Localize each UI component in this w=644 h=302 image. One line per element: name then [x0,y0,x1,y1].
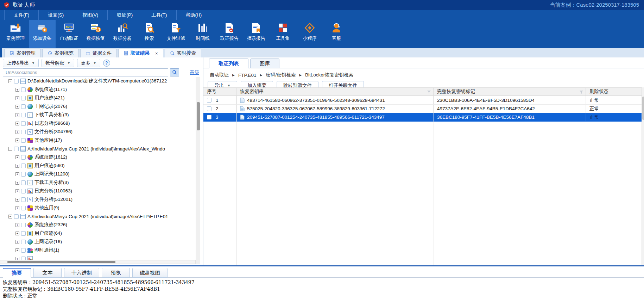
main-tab[interactable]: 案例管理 [4,49,41,57]
expand-icon[interactable]: + [15,105,19,109]
tree-item[interactable]: +其他应用(9) [0,204,196,212]
tree-checkbox[interactable] [14,214,19,219]
expand-icon[interactable]: + [15,138,19,142]
toolbar-item[interactable]: 数据恢复 [82,20,109,48]
filter-icon[interactable] [579,90,583,94]
tree-item[interactable]: +系统痕迹(1612) [0,153,196,161]
expand-icon[interactable]: + [15,172,19,176]
table-row[interactable]: 3209451-527087-001254-240735-481855-4895… [203,113,642,122]
tree-checkbox[interactable] [21,87,26,92]
tree-item[interactable]: +用户痕迹(64) [0,229,196,238]
tree-item[interactable]: +日志分析(58668) [0,119,196,128]
breadcrumb-item[interactable]: 密码/密钥检索 [266,72,296,78]
breadcrumb-item[interactable]: BitLocker恢复密钥检索 [305,72,353,78]
tree-item[interactable]: +上网记录(11208) [0,170,196,178]
menu-item-取证(P)[interactable]: 取证(P) [108,10,142,20]
tree-checkbox[interactable] [21,206,26,210]
menu-item-视图(V)[interactable]: 视图(V) [73,10,108,20]
table-vertical-scrollbar[interactable] [642,87,644,265]
expand-icon[interactable]: + [15,88,19,92]
scrollbar-thumb[interactable] [197,102,200,130]
tree-checkbox[interactable] [21,231,26,236]
result-tab[interactable]: 取证列表 [209,58,248,68]
tree-checkbox[interactable] [14,147,19,151]
row-checkbox[interactable] [207,106,211,111]
preview-tab[interactable]: 十六进制 [64,268,99,278]
toolbar-item[interactable]: 小程序 [296,20,323,48]
table-row[interactable]: 2575025-204820-336325-067067-589996-3898… [203,105,642,113]
toolbar-item[interactable]: 时间线 [189,20,216,48]
tree-checkbox[interactable] [21,172,26,177]
tree-checkbox[interactable] [21,240,26,244]
toolbar-item[interactable]: 搜索 [136,20,163,48]
tree-checkbox[interactable] [21,257,26,260]
breadcrumb-item[interactable]: 自动取证 [210,72,229,78]
tree-item[interactable]: +用户痕迹(421) [0,94,196,102]
search-input[interactable] [3,68,168,76]
expand-icon[interactable]: + [15,164,19,168]
expand-icon[interactable]: + [15,198,19,202]
menu-item-工具(T)[interactable]: 工具(T) [142,10,176,20]
scrollbar-thumb[interactable] [642,97,644,120]
preview-tab[interactable]: 文本 [33,268,62,278]
tree-item[interactable]: +下载工具分析(3) [0,111,196,119]
tree-checkbox[interactable] [21,180,26,185]
scrollbar-thumb[interactable] [7,261,115,263]
collapse-icon[interactable]: − [8,79,12,83]
toolbar-item[interactable]: 数据分析 [109,20,136,48]
search-button[interactable] [170,68,179,76]
tree-item[interactable]: +下载工具分析(3) [0,178,196,187]
toolbar-item[interactable]: 工具集 [270,20,296,48]
tree-checkbox[interactable] [21,104,26,109]
close-icon[interactable]: × [155,51,158,56]
toolbar-item[interactable]: 添加设备 [29,20,56,48]
expand-icon[interactable]: + [15,130,19,134]
expand-icon[interactable]: + [15,232,19,235]
collapse-icon[interactable]: − [8,147,12,151]
column-header-status[interactable]: 删除状态 [586,88,642,95]
row-checkbox[interactable] [207,115,211,119]
column-header-key[interactable]: 恢复密钥串 [236,88,434,95]
main-tab[interactable]: 实时搜索 [165,49,201,57]
tree-item[interactable]: +其他应用(17) [0,136,196,144]
tree-item[interactable]: +系统痕迹(1171) [0,85,196,94]
panel-button[interactable]: 更多▼ [77,59,100,67]
toolbar-item[interactable]: AUTO自动取证 [56,20,82,48]
expand-icon[interactable]: + [15,122,19,125]
panel-button[interactable]: 帐号解密▼ [42,59,74,67]
tree-item[interactable]: + [0,254,196,260]
tree-checkbox[interactable] [21,164,26,168]
menu-item-帮助(H)[interactable]: 帮助(H) [177,10,211,20]
tree-checkbox[interactable] [21,121,26,126]
expand-icon[interactable]: + [15,96,19,100]
tree-checkbox[interactable] [21,96,26,100]
tree-checkbox[interactable] [21,113,26,117]
expand-icon[interactable]: + [15,181,19,185]
tree-item[interactable]: −A:\Individual\Meiya Cup 2021 (individua… [0,212,196,221]
breadcrumb-item[interactable]: FTP.E01 [238,73,257,78]
tree-checkbox[interactable] [21,138,26,143]
advanced-search-link[interactable]: 高级 [190,69,199,76]
toolbar-item[interactable]: 客服 [323,20,350,48]
row-checkbox[interactable] [207,98,211,103]
tree-item[interactable]: +上网记录(2076) [0,102,196,111]
expand-icon[interactable]: + [15,155,19,159]
tree-item[interactable]: +即时通讯(1) [0,246,196,254]
expand-icon[interactable]: + [15,223,19,227]
column-header-no[interactable]: 序号 [203,88,236,95]
tree-checkbox[interactable] [21,189,26,193]
menu-item-设置(S)[interactable]: 设置(S) [39,10,73,20]
tree-item[interactable]: +用户痕迹(560) [0,161,196,170]
tree-checkbox[interactable] [21,155,26,160]
collapse-icon[interactable]: − [8,215,12,218]
preview-tab[interactable]: 摘要 [3,268,31,278]
tree-item[interactable]: +日志分析(110063) [0,187,196,195]
toolbar-item[interactable]: 案例管理 [2,20,29,48]
tree-item[interactable]: +文件分析(304766) [0,128,196,136]
tree-item[interactable]: −D:\BaiduNetdiskDownload\新建文件夹\VTM-compu… [0,77,196,85]
main-tab[interactable]: 证据文件 [80,49,117,57]
toolbar-item[interactable]: 摘录报告 [243,20,270,48]
tree-checkbox[interactable] [21,197,26,202]
table-row[interactable]: 1483714-461582-060962-373351-019646-5023… [203,96,642,105]
toolbar-item[interactable]: 取证报告 [216,20,243,48]
